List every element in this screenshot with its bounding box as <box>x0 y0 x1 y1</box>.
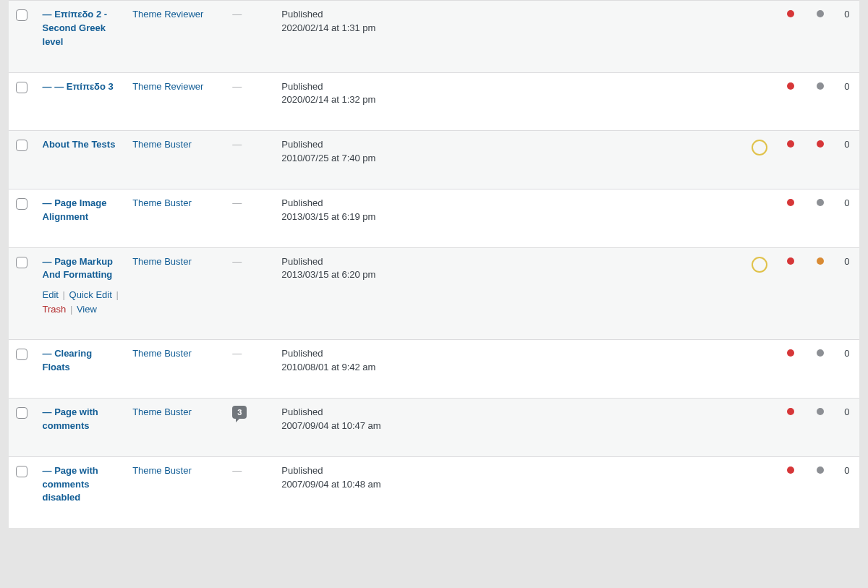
table-row: — — Επίπεδο 3Theme Reviewer—Published202… <box>9 72 859 131</box>
page-title-link[interactable]: — Page Image Alignment <box>43 197 107 222</box>
comments-dash: — <box>232 9 242 20</box>
status-dot-readability <box>817 140 824 148</box>
status-dot-seo <box>787 82 794 90</box>
status-dot-seo <box>787 257 794 265</box>
trash-link[interactable]: Trash <box>43 304 67 315</box>
row-checkbox[interactable] <box>16 82 27 93</box>
links-count: 0 <box>835 340 859 399</box>
page-title-link[interactable]: — Page with comments disabled <box>43 465 98 503</box>
quick-edit-link[interactable]: Quick Edit <box>69 289 112 300</box>
links-count: 0 <box>835 456 859 528</box>
publish-date: 2020/02/14 at 1:32 pm <box>281 93 737 107</box>
page-title-link[interactable]: — Page Markup And Formatting <box>43 256 114 281</box>
row-checkbox[interactable] <box>16 349 27 360</box>
status-dot-seo <box>787 140 794 148</box>
author-link[interactable]: Theme Reviewer <box>132 9 203 20</box>
author-link[interactable]: Theme Buster <box>132 256 192 267</box>
row-checkbox[interactable] <box>16 140 27 151</box>
status-label: Published <box>281 8 737 22</box>
comments-dash: — <box>232 256 242 267</box>
author-link[interactable]: Theme Buster <box>132 465 192 476</box>
comment-bubble-icon[interactable]: 3 <box>232 406 247 419</box>
status-label: Published <box>281 80 737 94</box>
links-count: 0 <box>835 247 859 340</box>
row-checkbox[interactable] <box>16 466 27 477</box>
status-dot-seo <box>787 10 794 17</box>
table-row: — Page with commentsTheme Buster3Publish… <box>9 398 859 456</box>
links-count: 0 <box>835 131 859 189</box>
view-link[interactable]: View <box>77 304 97 315</box>
comments-dash: — <box>232 139 242 150</box>
author-link[interactable]: Theme Reviewer <box>132 81 203 92</box>
comments-dash: — <box>232 465 242 476</box>
links-count: 0 <box>835 1 859 73</box>
status-label: Published <box>281 464 737 478</box>
publish-date: 2007/09/04 at 10:48 am <box>281 478 737 492</box>
row-checkbox[interactable] <box>16 407 27 419</box>
pages-table: — Επίπεδο 2 - Second Greek levelTheme Re… <box>9 0 859 528</box>
comments-dash: — <box>232 197 242 208</box>
page-title-link[interactable]: — Page with comments <box>43 406 98 431</box>
row-actions: Edit | Quick Edit | Trash | View <box>43 288 122 316</box>
status-label: Published <box>281 347 737 361</box>
ring-icon <box>752 257 767 273</box>
comments-dash: — <box>232 81 242 92</box>
comments-dash: — <box>232 348 242 359</box>
table-row: — Επίπεδο 2 - Second Greek levelTheme Re… <box>9 1 859 73</box>
links-count: 0 <box>835 72 859 131</box>
status-label: Published <box>281 197 737 210</box>
publish-date: 2013/03/15 at 6:20 pm <box>281 268 737 282</box>
table-row: About The TestsTheme Buster—Published201… <box>9 131 859 189</box>
status-dot-seo <box>787 349 794 357</box>
status-dot-readability <box>817 408 824 415</box>
status-label: Published <box>281 406 737 419</box>
page-title-link[interactable]: About The Tests <box>43 139 116 150</box>
status-dot-readability <box>817 199 824 206</box>
row-checkbox[interactable] <box>16 9 27 21</box>
links-count: 0 <box>835 398 859 456</box>
author-link[interactable]: Theme Buster <box>132 139 192 150</box>
status-dot-seo <box>787 408 794 415</box>
page-title-link[interactable]: — Clearing Floats <box>43 348 93 372</box>
page-title-link[interactable]: — — Επίπεδο 3 <box>43 81 114 92</box>
status-dot-readability <box>817 257 824 265</box>
author-link[interactable]: Theme Buster <box>132 348 192 359</box>
table-row: — Page with comments disabledTheme Buste… <box>9 456 859 528</box>
table-row: — Page Image AlignmentTheme Buster—Publi… <box>9 189 859 247</box>
author-link[interactable]: Theme Buster <box>132 197 192 208</box>
row-checkbox[interactable] <box>16 257 27 268</box>
publish-date: 2007/09/04 at 10:47 am <box>281 419 737 433</box>
status-dot-readability <box>817 466 824 474</box>
edit-link[interactable]: Edit <box>43 289 59 300</box>
row-checkbox[interactable] <box>16 198 27 210</box>
status-dot-readability <box>817 10 824 17</box>
page-title-link[interactable]: — Επίπεδο 2 - Second Greek level <box>43 9 108 47</box>
table-row: — Clearing FloatsTheme Buster—Published2… <box>9 340 859 399</box>
publish-date: 2013/03/15 at 6:19 pm <box>281 210 737 224</box>
status-dot-readability <box>817 349 824 357</box>
status-dot-seo <box>787 199 794 206</box>
publish-date: 2010/08/01 at 9:42 am <box>281 361 737 375</box>
publish-date: 2020/02/14 at 1:31 pm <box>281 22 737 35</box>
publish-date: 2010/07/25 at 7:40 pm <box>281 152 737 166</box>
ring-icon <box>752 140 767 155</box>
author-link[interactable]: Theme Buster <box>132 406 192 417</box>
table-row: — Page Markup And Formatting Edit | Quic… <box>9 247 859 340</box>
status-label: Published <box>281 138 737 152</box>
status-dot-seo <box>787 466 794 474</box>
status-dot-readability <box>817 82 824 90</box>
links-count: 0 <box>835 189 859 247</box>
status-label: Published <box>281 255 737 269</box>
